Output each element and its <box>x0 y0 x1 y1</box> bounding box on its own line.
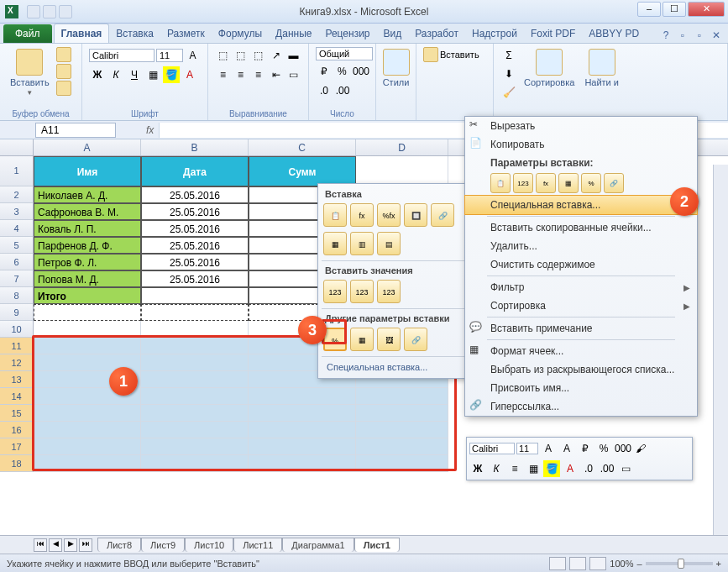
sheet-tab[interactable]: Лист10 <box>185 538 233 552</box>
tab-addins[interactable]: Надстрой <box>465 24 524 43</box>
cell[interactable]: 25.05.2016 <box>141 237 249 254</box>
mini-percent-icon[interactable]: % <box>595 440 612 457</box>
cell[interactable] <box>34 321 141 338</box>
cell[interactable]: Петров Ф. Л. <box>34 254 141 270</box>
cell[interactable] <box>356 156 448 186</box>
view-pagebreak-icon[interactable] <box>589 557 606 570</box>
cell[interactable] <box>141 455 249 472</box>
cell[interactable] <box>141 287 249 304</box>
find-button[interactable]: Найти и <box>581 47 622 118</box>
row-header[interactable]: 15 <box>0 405 34 422</box>
paste-link[interactable]: ▦ <box>350 328 374 351</box>
cm-hyperlink[interactable]: 🔗Гиперссылка... <box>465 397 697 416</box>
insert-cells-icon[interactable] <box>423 47 438 62</box>
mini-italic[interactable]: К <box>488 460 505 477</box>
doc-close-icon[interactable]: ✕ <box>710 29 723 43</box>
align-left-icon[interactable]: ≡ <box>215 66 231 83</box>
cell[interactable] <box>356 455 448 472</box>
header-cell[interactable]: Дата <box>141 156 249 186</box>
merge-icon[interactable]: ▭ <box>285 66 301 83</box>
fx-icon[interactable]: fx <box>146 124 154 136</box>
row-header[interactable]: 18 <box>0 455 34 472</box>
sheet-nav-first[interactable]: ⏮ <box>34 538 47 552</box>
sheet-tab[interactable]: Лист8 <box>97 538 141 552</box>
paste-opt-formulas-fmt[interactable]: %fx <box>377 203 401 227</box>
maximize-button[interactable]: ☐ <box>663 2 686 17</box>
paste-formatting[interactable]: % <box>323 328 347 351</box>
cm-comment[interactable]: 💬Вставить примечание <box>465 319 697 338</box>
currency-icon[interactable]: ₽ <box>316 63 333 80</box>
paste-values-src[interactable]: 123 <box>377 280 401 303</box>
name-box[interactable] <box>35 123 116 138</box>
cell[interactable] <box>141 354 249 371</box>
cell[interactable] <box>34 405 141 422</box>
row-header[interactable]: 11 <box>0 338 34 354</box>
qat-undo-icon[interactable] <box>43 5 56 18</box>
tab-abbyy[interactable]: ABBYY PD <box>582 24 646 43</box>
cm-paste-transpose[interactable]: ▦ <box>558 173 579 193</box>
cell[interactable] <box>34 438 141 455</box>
cm-clear[interactable]: Очистить содержимое <box>465 255 697 274</box>
sort-filter-button[interactable]: Сортировка <box>521 47 578 118</box>
align-middle-icon[interactable]: ⬚ <box>233 47 249 64</box>
view-normal-icon[interactable] <box>549 557 566 570</box>
paste-opt-transpose[interactable]: ▥ <box>350 232 374 255</box>
sheet-nav-next[interactable]: ▶ <box>64 538 77 552</box>
row-header[interactable]: 2 <box>0 186 34 203</box>
cell[interactable]: 25.05.2016 <box>141 254 249 270</box>
mini-dec-inc[interactable]: .0 <box>580 460 597 477</box>
cm-paste-formulas[interactable]: fx <box>536 173 556 193</box>
italic-button[interactable]: К <box>107 66 124 83</box>
row-header[interactable]: 5 <box>0 237 34 254</box>
mini-currency-icon[interactable]: ₽ <box>577 440 594 457</box>
tab-layout[interactable]: Разметк <box>160 24 212 43</box>
cell[interactable] <box>141 371 249 388</box>
minimize-ribbon-icon[interactable]: ▫ <box>676 29 689 43</box>
font-name-select[interactable] <box>89 49 155 62</box>
sheet-tab[interactable]: Диаграмма1 <box>282 538 354 552</box>
col-header-b[interactable]: B <box>141 139 249 155</box>
clear-icon[interactable]: 🧹 <box>500 84 517 101</box>
paste-opt-keep-borders[interactable]: 🔲 <box>404 203 427 227</box>
font-size-select[interactable] <box>156 49 183 62</box>
cell[interactable]: 25.05.2016 <box>141 220 249 237</box>
underline-button[interactable]: Ч <box>126 66 143 83</box>
cell[interactable] <box>34 455 141 472</box>
cm-format-cells[interactable]: ▦Формат ячеек... <box>465 342 697 360</box>
tab-view[interactable]: Вид <box>377 24 409 43</box>
vertical-scrollbar[interactable] <box>713 165 728 535</box>
cell[interactable] <box>249 405 356 422</box>
align-top-icon[interactable]: ⬚ <box>215 47 231 64</box>
align-right-icon[interactable]: ≡ <box>250 66 266 83</box>
cell[interactable]: Коваль Л. П. <box>34 220 141 237</box>
indent-dec-icon[interactable]: ⇤ <box>268 66 284 83</box>
cell[interactable]: 25.05.2016 <box>141 270 249 287</box>
fill-icon[interactable]: ⬇ <box>500 66 517 82</box>
cell[interactable] <box>141 321 249 338</box>
row-header[interactable]: 7 <box>0 270 34 287</box>
sheet-nav-prev[interactable]: ◀ <box>49 538 62 552</box>
fill-color-button[interactable]: 🪣 <box>163 66 180 83</box>
cell[interactable] <box>356 388 448 405</box>
cell[interactable] <box>34 422 141 438</box>
cell[interactable] <box>141 405 249 422</box>
cell[interactable] <box>141 338 249 354</box>
mini-border[interactable]: ▦ <box>525 460 542 477</box>
align-bottom-icon[interactable]: ⬚ <box>250 47 266 64</box>
cm-copy[interactable]: 📄Копировать <box>465 135 697 154</box>
row-header[interactable]: 13 <box>0 371 34 388</box>
paste-linked-pic[interactable]: 🔗 <box>404 328 427 351</box>
orientation-icon[interactable]: ↗ <box>268 47 284 64</box>
col-header-c[interactable]: C <box>249 139 356 155</box>
header-cell[interactable]: Имя <box>34 156 141 186</box>
mini-bold[interactable]: Ж <box>469 460 486 477</box>
mini-shrink-icon[interactable]: A <box>558 440 575 457</box>
help-icon[interactable]: ? <box>659 29 673 43</box>
cell[interactable] <box>141 422 249 438</box>
tab-developer[interactable]: Разработ <box>408 24 465 43</box>
doc-restore-icon[interactable]: ▫ <box>693 29 706 43</box>
decrease-decimal-icon[interactable]: .00 <box>334 82 351 99</box>
mini-format-painter-icon[interactable]: 🖌 <box>632 440 649 457</box>
mini-align[interactable]: ≡ <box>506 460 523 477</box>
cm-filter[interactable]: Фильтр▶ <box>465 278 697 296</box>
